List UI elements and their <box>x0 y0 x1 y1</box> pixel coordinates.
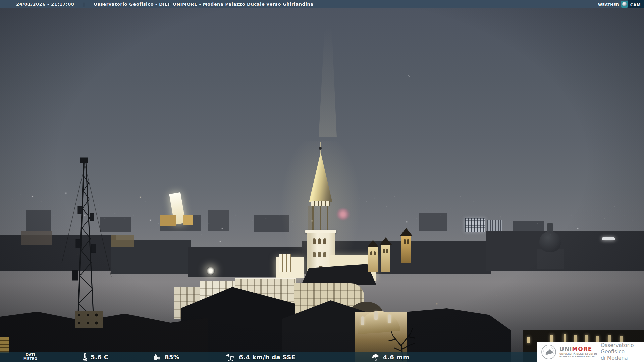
observatory-name: Osservatorio Geofisico di Modena <box>601 342 644 361</box>
dati-meteo-label: DATI METEO <box>23 353 37 361</box>
unimore-brand-line: UNIMORE <box>559 346 597 352</box>
observatory-name-line2: di Modena <box>601 355 644 361</box>
unimore-seal-icon <box>541 344 556 360</box>
weathercam-logo: Weather Cam <box>598 0 644 8</box>
temperature-value: 5.6 C <box>91 354 108 361</box>
unimore-wordmark: UNIMORE UNIVERSITÀ DEGLI STUDI DI MODENA… <box>559 346 597 358</box>
humidity-value: 85% <box>165 354 179 361</box>
unimore-uni-text: UNI <box>559 346 572 352</box>
weathercam-cam-text: Cam <box>628 0 644 8</box>
university-name: UNIVERSITÀ DEGLI STUDI DI MODENA E REGGI… <box>559 353 597 358</box>
university-name-line2: MODENA E REGGIO EMILIA <box>559 355 597 358</box>
sphere-glyph <box>622 2 627 6</box>
top-info-bar: 24/01/2026 - 21:17:08 | Osservatorio Geo… <box>0 0 644 8</box>
wind-vane-icon <box>225 353 235 361</box>
dati-label-line1: DATI <box>23 353 37 357</box>
rain-umbrella-icon <box>372 353 380 361</box>
separator: | <box>83 2 85 7</box>
weathercam-weather-text: Weather <box>598 1 619 7</box>
unimore-more-text: MORE <box>572 346 592 352</box>
rain-value: 4.6 mm <box>383 354 409 361</box>
temperature-reading: 5.6 C <box>83 352 108 362</box>
weathercam-sphere-icon <box>621 1 628 8</box>
wind-value: 6.4 km/h da SSE <box>239 354 296 361</box>
observatory-name-line1: Osservatorio Geofisico <box>601 342 644 355</box>
wind-reading: 6.4 km/h da SSE <box>225 352 296 362</box>
thermometer-icon <box>83 353 87 361</box>
dati-label-line2: METEO <box>23 357 37 361</box>
unimore-logo-card: UNIMORE UNIVERSITÀ DEGLI STUDI DI MODENA… <box>537 342 644 362</box>
university-name-line1: UNIVERSITÀ DEGLI STUDI DI <box>559 353 597 355</box>
humidity-icon <box>153 353 161 361</box>
camera-title: Osservatorio Geofisico - DIEF UNIMORE - … <box>94 2 314 7</box>
vignette <box>0 0 644 362</box>
rain-reading: 4.6 mm <box>372 352 409 362</box>
humidity-reading: 85% <box>153 352 179 362</box>
webcam-view: 24/01/2026 - 21:17:08 | Osservatorio Geo… <box>0 0 644 362</box>
datetime-text: 24/01/2026 - 21:17:08 <box>16 2 74 7</box>
